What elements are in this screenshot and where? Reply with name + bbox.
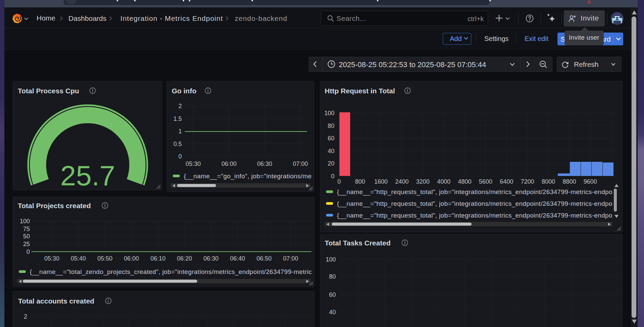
svg-text:0: 0 — [331, 173, 334, 180]
svg-text:9600: 9600 — [584, 178, 597, 185]
svg-text:0.5: 0.5 — [173, 141, 182, 147]
svg-text:20: 20 — [328, 160, 334, 167]
svg-text:2400: 2400 — [395, 178, 409, 185]
svg-text:100: 100 — [20, 218, 30, 225]
svg-text:06:10: 06:10 — [150, 255, 165, 262]
svg-text:05:40: 05:40 — [71, 255, 86, 262]
svg-text:40: 40 — [329, 309, 336, 316]
svg-text:06:40: 06:40 — [230, 255, 245, 262]
svg-text:2: 2 — [24, 313, 27, 320]
svg-text:50: 50 — [23, 233, 30, 240]
svg-text:4000: 4000 — [437, 178, 450, 185]
svg-text:1.5: 1.5 — [173, 115, 182, 122]
svg-text:06:00: 06:00 — [124, 255, 139, 262]
svg-text:8000: 8000 — [542, 178, 555, 185]
svg-text:06:20: 06:20 — [177, 255, 192, 262]
svg-text:4800: 4800 — [458, 178, 471, 185]
svg-text:0: 0 — [337, 178, 341, 185]
svg-text:2: 2 — [178, 103, 182, 109]
svg-text:1: 1 — [178, 128, 182, 135]
svg-text:0: 0 — [26, 248, 30, 255]
svg-text:06:30: 06:30 — [257, 160, 272, 167]
svg-text:05:30: 05:30 — [185, 160, 201, 167]
svg-text:80: 80 — [328, 123, 334, 129]
svg-text:05:50: 05:50 — [97, 255, 112, 262]
svg-text:25: 25 — [23, 241, 30, 247]
svg-text:7200: 7200 — [521, 178, 534, 185]
svg-text:100: 100 — [324, 110, 334, 116]
svg-text:60: 60 — [328, 135, 334, 142]
svg-text:80: 80 — [329, 273, 336, 280]
svg-text:1600: 1600 — [374, 178, 388, 185]
svg-text:40: 40 — [328, 148, 334, 154]
svg-text:3200: 3200 — [416, 178, 430, 185]
svg-text:07:00: 07:00 — [283, 255, 298, 262]
svg-text:0: 0 — [178, 153, 182, 160]
svg-text:75: 75 — [23, 226, 30, 232]
svg-text:05:30: 05:30 — [44, 255, 59, 262]
svg-text:60: 60 — [329, 291, 336, 298]
svg-text:07:00: 07:00 — [293, 160, 308, 167]
svg-text:100: 100 — [326, 256, 336, 263]
svg-text:6400: 6400 — [500, 178, 513, 185]
svg-text:25.7: 25.7 — [60, 160, 115, 190]
svg-text:06:50: 06:50 — [257, 255, 272, 262]
svg-text:5600: 5600 — [479, 178, 492, 185]
svg-text:06:00: 06:00 — [221, 160, 236, 167]
svg-text:06:30: 06:30 — [204, 255, 219, 262]
svg-text:800: 800 — [355, 178, 365, 185]
svg-text:8800: 8800 — [562, 178, 576, 185]
